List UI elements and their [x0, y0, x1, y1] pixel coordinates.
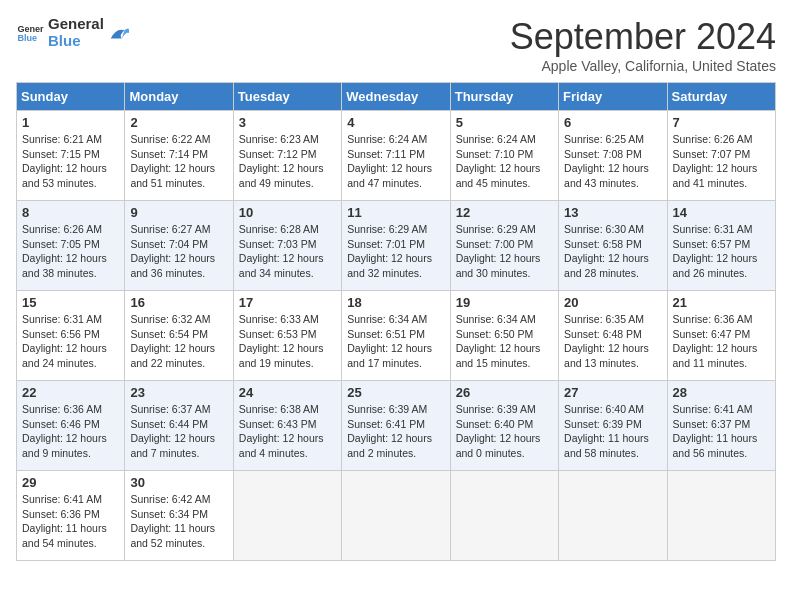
- logo-icon: General Blue: [16, 19, 44, 47]
- calendar-day-cell: [450, 471, 558, 561]
- calendar-day-cell: [667, 471, 775, 561]
- day-number: 25: [347, 385, 444, 400]
- calendar-day-cell: 25Sunrise: 6:39 AM Sunset: 6:41 PM Dayli…: [342, 381, 450, 471]
- day-info: Sunrise: 6:30 AM Sunset: 6:58 PM Dayligh…: [564, 222, 661, 281]
- day-number: 28: [673, 385, 770, 400]
- calendar-day-header: Monday: [125, 83, 233, 111]
- calendar-day-cell: 27Sunrise: 6:40 AM Sunset: 6:39 PM Dayli…: [559, 381, 667, 471]
- title-block: September 2024 Apple Valley, California,…: [510, 16, 776, 74]
- day-info: Sunrise: 6:39 AM Sunset: 6:40 PM Dayligh…: [456, 402, 553, 461]
- day-number: 14: [673, 205, 770, 220]
- calendar-day-cell: 5Sunrise: 6:24 AM Sunset: 7:10 PM Daylig…: [450, 111, 558, 201]
- day-number: 27: [564, 385, 661, 400]
- day-number: 6: [564, 115, 661, 130]
- day-number: 29: [22, 475, 119, 490]
- calendar-day-cell: 10Sunrise: 6:28 AM Sunset: 7:03 PM Dayli…: [233, 201, 341, 291]
- calendar-header-row: SundayMondayTuesdayWednesdayThursdayFrid…: [17, 83, 776, 111]
- calendar-week-row: 29Sunrise: 6:41 AM Sunset: 6:36 PM Dayli…: [17, 471, 776, 561]
- day-number: 16: [130, 295, 227, 310]
- calendar-day-cell: 30Sunrise: 6:42 AM Sunset: 6:34 PM Dayli…: [125, 471, 233, 561]
- day-number: 19: [456, 295, 553, 310]
- calendar-day-header: Friday: [559, 83, 667, 111]
- day-number: 9: [130, 205, 227, 220]
- day-info: Sunrise: 6:31 AM Sunset: 6:57 PM Dayligh…: [673, 222, 770, 281]
- calendar-day-cell: 13Sunrise: 6:30 AM Sunset: 6:58 PM Dayli…: [559, 201, 667, 291]
- month-title: September 2024: [510, 16, 776, 58]
- day-info: Sunrise: 6:42 AM Sunset: 6:34 PM Dayligh…: [130, 492, 227, 551]
- calendar-day-cell: 11Sunrise: 6:29 AM Sunset: 7:01 PM Dayli…: [342, 201, 450, 291]
- calendar-day-cell: 3Sunrise: 6:23 AM Sunset: 7:12 PM Daylig…: [233, 111, 341, 201]
- day-info: Sunrise: 6:25 AM Sunset: 7:08 PM Dayligh…: [564, 132, 661, 191]
- day-number: 18: [347, 295, 444, 310]
- day-info: Sunrise: 6:36 AM Sunset: 6:46 PM Dayligh…: [22, 402, 119, 461]
- day-number: 22: [22, 385, 119, 400]
- calendar-day-cell: 2Sunrise: 6:22 AM Sunset: 7:14 PM Daylig…: [125, 111, 233, 201]
- logo: General Blue General Blue: [16, 16, 130, 49]
- page-header: General Blue General Blue September 2024…: [16, 16, 776, 74]
- day-number: 17: [239, 295, 336, 310]
- logo-line1: General: [48, 16, 104, 33]
- calendar-day-cell: 28Sunrise: 6:41 AM Sunset: 6:37 PM Dayli…: [667, 381, 775, 471]
- calendar-day-cell: 24Sunrise: 6:38 AM Sunset: 6:43 PM Dayli…: [233, 381, 341, 471]
- calendar-day-cell: 9Sunrise: 6:27 AM Sunset: 7:04 PM Daylig…: [125, 201, 233, 291]
- day-info: Sunrise: 6:33 AM Sunset: 6:53 PM Dayligh…: [239, 312, 336, 371]
- calendar-day-cell: 14Sunrise: 6:31 AM Sunset: 6:57 PM Dayli…: [667, 201, 775, 291]
- calendar-day-cell: 6Sunrise: 6:25 AM Sunset: 7:08 PM Daylig…: [559, 111, 667, 201]
- day-info: Sunrise: 6:35 AM Sunset: 6:48 PM Dayligh…: [564, 312, 661, 371]
- day-number: 10: [239, 205, 336, 220]
- day-info: Sunrise: 6:34 AM Sunset: 6:51 PM Dayligh…: [347, 312, 444, 371]
- day-info: Sunrise: 6:26 AM Sunset: 7:05 PM Dayligh…: [22, 222, 119, 281]
- calendar-week-row: 8Sunrise: 6:26 AM Sunset: 7:05 PM Daylig…: [17, 201, 776, 291]
- day-number: 5: [456, 115, 553, 130]
- calendar-day-cell: 4Sunrise: 6:24 AM Sunset: 7:11 PM Daylig…: [342, 111, 450, 201]
- day-info: Sunrise: 6:29 AM Sunset: 7:00 PM Dayligh…: [456, 222, 553, 281]
- calendar-day-cell: 7Sunrise: 6:26 AM Sunset: 7:07 PM Daylig…: [667, 111, 775, 201]
- day-number: 2: [130, 115, 227, 130]
- calendar-table: SundayMondayTuesdayWednesdayThursdayFrid…: [16, 82, 776, 561]
- day-number: 30: [130, 475, 227, 490]
- day-info: Sunrise: 6:36 AM Sunset: 6:47 PM Dayligh…: [673, 312, 770, 371]
- day-info: Sunrise: 6:34 AM Sunset: 6:50 PM Dayligh…: [456, 312, 553, 371]
- day-info: Sunrise: 6:23 AM Sunset: 7:12 PM Dayligh…: [239, 132, 336, 191]
- calendar-day-cell: 1Sunrise: 6:21 AM Sunset: 7:15 PM Daylig…: [17, 111, 125, 201]
- calendar-day-cell: 22Sunrise: 6:36 AM Sunset: 6:46 PM Dayli…: [17, 381, 125, 471]
- day-number: 13: [564, 205, 661, 220]
- calendar-day-cell: 19Sunrise: 6:34 AM Sunset: 6:50 PM Dayli…: [450, 291, 558, 381]
- calendar-week-row: 22Sunrise: 6:36 AM Sunset: 6:46 PM Dayli…: [17, 381, 776, 471]
- location-subtitle: Apple Valley, California, United States: [510, 58, 776, 74]
- svg-text:Blue: Blue: [17, 33, 37, 43]
- calendar-day-header: Thursday: [450, 83, 558, 111]
- calendar-day-header: Saturday: [667, 83, 775, 111]
- day-info: Sunrise: 6:22 AM Sunset: 7:14 PM Dayligh…: [130, 132, 227, 191]
- calendar-day-header: Sunday: [17, 83, 125, 111]
- calendar-day-cell: 15Sunrise: 6:31 AM Sunset: 6:56 PM Dayli…: [17, 291, 125, 381]
- calendar-day-header: Tuesday: [233, 83, 341, 111]
- day-number: 24: [239, 385, 336, 400]
- calendar-day-cell: 29Sunrise: 6:41 AM Sunset: 6:36 PM Dayli…: [17, 471, 125, 561]
- day-info: Sunrise: 6:41 AM Sunset: 6:36 PM Dayligh…: [22, 492, 119, 551]
- day-number: 23: [130, 385, 227, 400]
- calendar-day-cell: 23Sunrise: 6:37 AM Sunset: 6:44 PM Dayli…: [125, 381, 233, 471]
- svg-text:General: General: [17, 23, 44, 33]
- day-info: Sunrise: 6:27 AM Sunset: 7:04 PM Dayligh…: [130, 222, 227, 281]
- calendar-day-cell: 8Sunrise: 6:26 AM Sunset: 7:05 PM Daylig…: [17, 201, 125, 291]
- calendar-week-row: 1Sunrise: 6:21 AM Sunset: 7:15 PM Daylig…: [17, 111, 776, 201]
- day-info: Sunrise: 6:31 AM Sunset: 6:56 PM Dayligh…: [22, 312, 119, 371]
- calendar-day-cell: 20Sunrise: 6:35 AM Sunset: 6:48 PM Dayli…: [559, 291, 667, 381]
- day-number: 1: [22, 115, 119, 130]
- calendar-week-row: 15Sunrise: 6:31 AM Sunset: 6:56 PM Dayli…: [17, 291, 776, 381]
- calendar-day-cell: [342, 471, 450, 561]
- day-number: 11: [347, 205, 444, 220]
- day-number: 8: [22, 205, 119, 220]
- calendar-day-cell: 12Sunrise: 6:29 AM Sunset: 7:00 PM Dayli…: [450, 201, 558, 291]
- calendar-day-header: Wednesday: [342, 83, 450, 111]
- calendar-day-cell: [233, 471, 341, 561]
- day-info: Sunrise: 6:28 AM Sunset: 7:03 PM Dayligh…: [239, 222, 336, 281]
- logo-bird-icon: [108, 22, 130, 44]
- day-info: Sunrise: 6:24 AM Sunset: 7:10 PM Dayligh…: [456, 132, 553, 191]
- day-number: 4: [347, 115, 444, 130]
- logo-line2: Blue: [48, 33, 104, 50]
- day-number: 7: [673, 115, 770, 130]
- day-info: Sunrise: 6:29 AM Sunset: 7:01 PM Dayligh…: [347, 222, 444, 281]
- calendar-day-cell: [559, 471, 667, 561]
